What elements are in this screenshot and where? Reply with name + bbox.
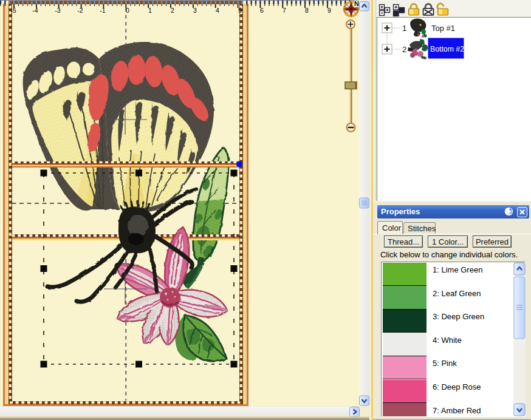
- svg-text:Top #1: Top #1: [431, 24, 455, 33]
- svg-text:2: 2: [402, 45, 406, 54]
- svg-text:Bottom #2: Bottom #2: [430, 45, 464, 53]
- svg-text:1: 1: [402, 24, 406, 33]
